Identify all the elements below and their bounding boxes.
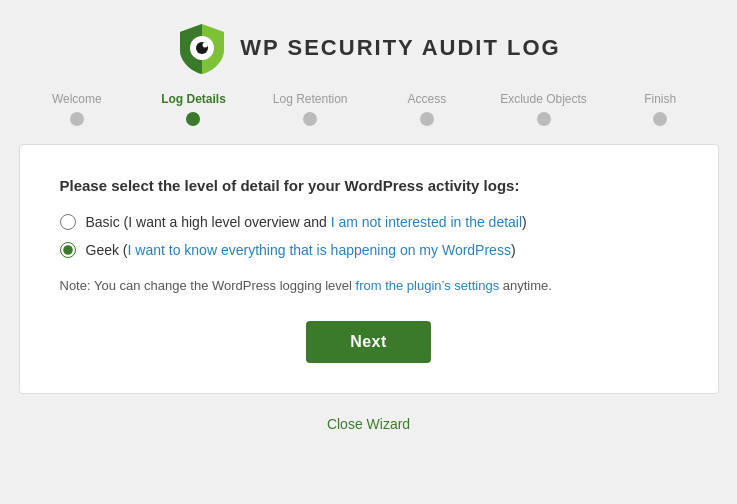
close-wizard-link[interactable]: Close Wizard	[327, 416, 410, 432]
step-dot-welcome	[70, 112, 84, 126]
step-welcome: Welcome	[18, 92, 135, 126]
step-dot-log-details	[186, 112, 200, 126]
step-log-details: Log Details	[135, 92, 252, 126]
card-question: Please select the level of detail for yo…	[60, 177, 678, 194]
svg-point-2	[203, 43, 208, 48]
step-dot-exclude-objects	[537, 112, 551, 126]
steps-bar: Welcome Log Details Log Retention Access…	[19, 92, 719, 126]
settings-link[interactable]: from the plugin’s settings	[356, 278, 500, 293]
step-exclude-objects: Exclude Objects	[485, 92, 602, 126]
step-dot-finish	[653, 112, 667, 126]
step-finish: Finish	[602, 92, 719, 126]
radio-group: Basic (I want a high level overview and …	[60, 214, 678, 258]
step-dot-access	[420, 112, 434, 126]
next-button[interactable]: Next	[306, 321, 431, 363]
step-log-retention: Log Retention	[252, 92, 369, 126]
radio-basic-input[interactable]	[60, 214, 76, 230]
main-card: Please select the level of detail for yo…	[19, 144, 719, 394]
step-access: Access	[369, 92, 486, 126]
radio-geek-label: Geek (I want to know everything that is …	[86, 242, 516, 258]
radio-basic-label: Basic (I want a high level overview and …	[86, 214, 527, 230]
note-text: Note: You can change the WordPress loggi…	[60, 278, 678, 293]
radio-geek[interactable]: Geek (I want to know everything that is …	[60, 242, 678, 258]
radio-geek-input[interactable]	[60, 242, 76, 258]
header: WP SECURITY AUDIT LOG	[176, 0, 560, 92]
logo-text: WP SECURITY AUDIT LOG	[240, 35, 560, 61]
logo-icon	[176, 22, 228, 74]
step-dot-log-retention	[303, 112, 317, 126]
radio-basic[interactable]: Basic (I want a high level overview and …	[60, 214, 678, 230]
